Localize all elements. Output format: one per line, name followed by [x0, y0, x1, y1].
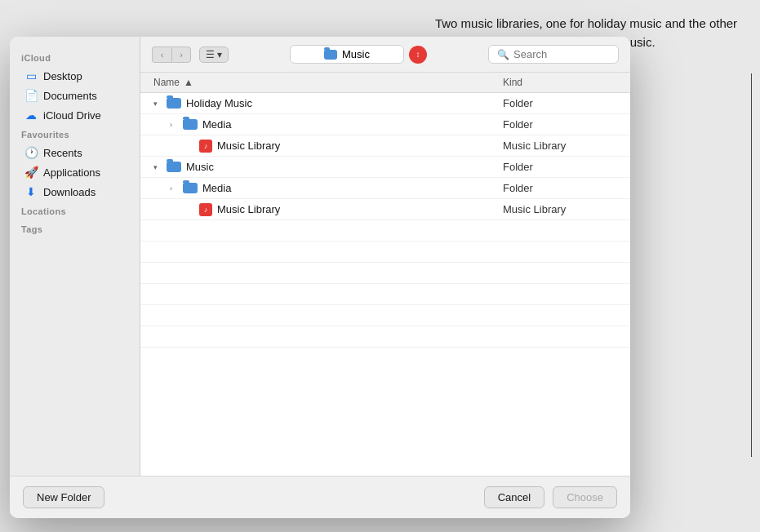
location-folder-icon	[324, 50, 337, 60]
table-row[interactable]: ▾ Music Folder	[140, 157, 630, 178]
file-name-cell: ▾ Holiday Music	[153, 97, 503, 109]
file-kind: Music Library	[503, 203, 617, 215]
search-input[interactable]	[513, 48, 595, 60]
table-row[interactable]: ▾ Holiday Music Folder	[140, 93, 630, 114]
disclosure-triangle[interactable]: ▾	[153, 163, 162, 171]
file-name: Music Library	[217, 203, 280, 215]
table-row[interactable]: › Media Folder	[140, 114, 630, 135]
main-content: ‹ › ☰ ▾ Music ↕	[140, 37, 630, 476]
desktop-icon: ▭	[24, 69, 38, 82]
documents-icon: 📄	[24, 89, 38, 102]
folder-icon	[183, 119, 198, 130]
table-row[interactable]: ♪ Music Library Music Library	[140, 199, 630, 220]
sidebar-item-applications-label: Applications	[43, 166, 100, 179]
favourites-section-label: Favourites	[10, 125, 140, 143]
choose-button[interactable]: Choose	[553, 486, 617, 508]
cycle-icon: ↕	[416, 50, 420, 59]
downloads-icon: ⬇	[24, 185, 38, 198]
file-name: Music	[186, 161, 214, 173]
sidebar-item-recents[interactable]: 🕐 Recents	[13, 143, 136, 162]
music-lib-icon: ♪	[199, 203, 212, 216]
file-kind: Folder	[503, 118, 617, 131]
sidebar-item-documents[interactable]: 📄 Documents	[13, 86, 136, 105]
location-pill[interactable]: Music	[290, 45, 404, 64]
empty-row	[140, 263, 630, 284]
new-folder-button[interactable]: New Folder	[23, 486, 104, 508]
sidebar-item-icloud-drive[interactable]: ☁ iCloud Drive	[13, 105, 136, 125]
file-list: ▾ Holiday Music Folder › Media Folder	[140, 93, 630, 476]
forward-button[interactable]: ›	[171, 47, 191, 63]
back-button[interactable]: ‹	[152, 47, 171, 63]
recents-icon: 🕐	[24, 146, 38, 159]
file-name: Music Library	[217, 140, 280, 152]
col-name-label: Name	[153, 77, 180, 88]
sidebar-item-recents-label: Recents	[43, 147, 82, 159]
search-box[interactable]: 🔍	[488, 45, 619, 64]
location-bar: Music ↕	[237, 45, 480, 64]
sidebar-item-icloud-drive-label: iCloud Drive	[43, 109, 101, 122]
empty-row	[140, 242, 630, 263]
file-kind: Folder	[503, 97, 617, 109]
dialog-body: iCloud ▭ Desktop 📄 Documents ☁ iCloud Dr…	[10, 37, 630, 476]
dialog-footer: New Folder Cancel Choose	[10, 476, 630, 518]
table-row[interactable]: › Media Folder	[140, 178, 630, 199]
folder-icon	[167, 98, 181, 109]
locations-section-label: Locations	[10, 202, 140, 219]
view-chevron: ▾	[217, 49, 222, 60]
sidebar-item-desktop-label: Desktop	[43, 70, 82, 82]
empty-row	[140, 326, 630, 348]
col-kind-label: Kind	[503, 77, 522, 88]
col-kind-header[interactable]: Kind	[503, 77, 617, 88]
file-name: Media	[202, 182, 231, 194]
icloud-drive-icon: ☁	[24, 109, 38, 122]
col-name-header[interactable]: Name ▲	[153, 77, 503, 88]
file-name-cell: ♪ Music Library	[186, 203, 503, 216]
location-text: Music	[342, 48, 370, 60]
disclosure-triangle[interactable]: ›	[170, 121, 178, 129]
nav-buttons: ‹ ›	[152, 47, 191, 63]
file-list-header: Name ▲ Kind	[140, 73, 630, 93]
file-kind: Folder	[503, 182, 617, 194]
disclosure-triangle[interactable]: ▾	[153, 100, 162, 108]
cycle-button[interactable]: ↕	[409, 46, 427, 64]
sort-indicator: ▲	[184, 77, 193, 88]
empty-row	[140, 284, 630, 305]
toolbar: ‹ › ☰ ▾ Music ↕	[140, 37, 630, 73]
view-button[interactable]: ☰ ▾	[199, 47, 229, 63]
sidebar-item-downloads-label: Downloads	[43, 186, 96, 198]
file-name: Holiday Music	[186, 97, 252, 109]
empty-row	[140, 305, 630, 326]
file-name-cell: › Media	[170, 182, 503, 194]
empty-row	[140, 220, 630, 242]
applications-icon: 🚀	[24, 166, 38, 179]
file-name-cell: ▾ Music	[153, 161, 503, 173]
sidebar: iCloud ▭ Desktop 📄 Documents ☁ iCloud Dr…	[10, 37, 140, 476]
sidebar-item-documents-label: Documents	[43, 90, 97, 102]
icloud-section-label: iCloud	[10, 48, 140, 66]
music-lib-icon: ♪	[199, 140, 212, 153]
folder-icon	[167, 162, 181, 172]
search-icon: 🔍	[497, 49, 509, 60]
sidebar-item-desktop[interactable]: ▭ Desktop	[13, 66, 136, 86]
cancel-button[interactable]: Cancel	[484, 486, 544, 508]
file-name-cell: › Media	[170, 118, 503, 131]
back-icon: ‹	[161, 50, 164, 60]
folder-icon	[183, 183, 198, 193]
tags-section-label: Tags	[10, 219, 140, 237]
file-name-cell: ♪ Music Library	[186, 140, 503, 153]
callout-line	[751, 73, 752, 457]
file-kind: Music Library	[503, 140, 617, 152]
disclosure-triangle[interactable]: ›	[170, 184, 178, 193]
view-icon: ☰	[206, 49, 215, 60]
forward-icon: ›	[180, 50, 183, 60]
sidebar-item-downloads[interactable]: ⬇ Downloads	[13, 182, 136, 202]
file-name: Media	[202, 118, 231, 131]
sidebar-item-applications[interactable]: 🚀 Applications	[13, 162, 136, 182]
file-chooser-dialog: iCloud ▭ Desktop 📄 Documents ☁ iCloud Dr…	[10, 37, 630, 518]
table-row[interactable]: ♪ Music Library Music Library	[140, 135, 630, 157]
footer-right: Cancel Choose	[484, 486, 617, 508]
file-kind: Folder	[503, 161, 617, 173]
